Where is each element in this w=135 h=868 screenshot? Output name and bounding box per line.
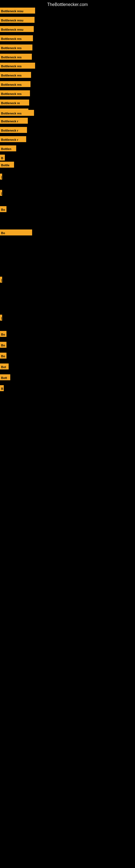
bar-item-26: Bo [0,229,32,236]
bar-item-17: B [0,155,5,161]
bar-item-14: Bottleneck r [0,127,27,133]
bar-item-10: Bottleneck re [0,99,29,105]
bar-item-0: Bottleneck resu [0,8,35,13]
bar-item-19: | [0,174,2,180]
bar-item-3: Bottleneck res [0,35,33,41]
bar-item-20: | [0,190,2,196]
bar-item-23: | [0,315,2,321]
bar-item-21: Bo [0,206,6,212]
bar-item-30: B [0,385,4,391]
bar-item-25: Bo [0,342,6,348]
bar-item-2: Bottleneck resu [0,26,34,32]
bar-item-27: Bo [0,352,6,359]
bar-item-22: | [0,277,2,283]
bar-item-9: Bottleneck res [0,90,30,96]
bar-item-16: Bottlen [0,145,16,151]
bar-item-13: Bottleneck r [0,118,28,124]
bar-item-7: Bottleneck res [0,72,31,78]
bar-item-8: Bottleneck res [0,81,31,87]
bar-item-28: Bot [0,364,9,369]
bar-item-12: Bottleneck res [0,110,34,116]
bar-item-4: Bottleneck res [0,44,32,51]
bar-item-1: Bottleneck resu [0,17,35,23]
bar-item-15: Bottleneck r [0,136,26,142]
bar-item-6: Bottleneck res [0,63,35,69]
bar-item-18: Bottle [0,162,14,167]
bar-item-5: Bottleneck res [0,54,32,60]
bar-item-24: Bo [0,331,6,337]
bar-item-29: Bott [0,374,10,380]
